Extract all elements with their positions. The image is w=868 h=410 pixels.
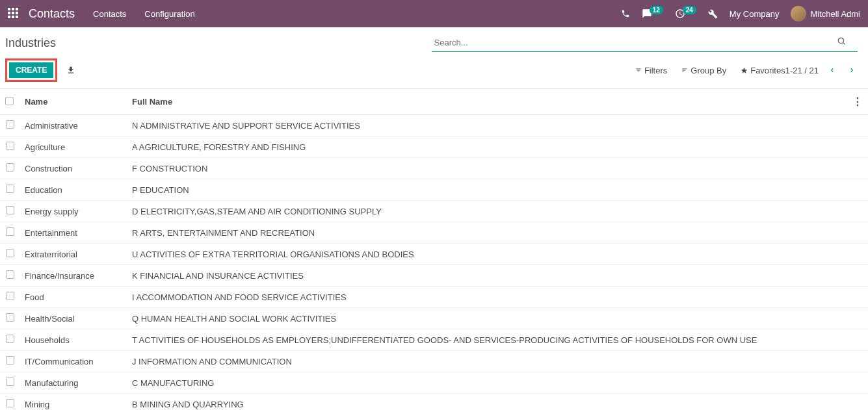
row-checkbox[interactable] <box>6 292 14 300</box>
row-checkbox[interactable] <box>6 356 14 365</box>
tools-icon[interactable] <box>708 9 718 19</box>
row-checkbox[interactable] <box>6 185 14 193</box>
cell-fullname: T ACTIVITIES OF HOUSEHOLDS AS EMPLOYERS;… <box>127 329 868 351</box>
groupby-icon <box>681 67 688 73</box>
cell-name: Mining <box>20 394 127 411</box>
svg-point-0 <box>838 38 843 43</box>
cell-name: Health/Social <box>20 308 127 329</box>
cell-name: Agriculture <box>20 136 127 158</box>
pager-next[interactable] <box>846 66 858 75</box>
row-checkbox[interactable] <box>6 249 14 257</box>
avatar-icon <box>791 6 806 21</box>
pager[interactable]: 1-21 / 21 <box>785 66 819 75</box>
cell-name: Food <box>20 287 127 308</box>
cell-name: Administrative <box>20 115 127 136</box>
company-selector[interactable]: My Company <box>730 9 780 19</box>
row-checkbox[interactable] <box>6 270 14 279</box>
table-row[interactable]: Agriculture A AGRICULTURE, FORESTRY AND … <box>0 136 868 158</box>
row-checkbox[interactable] <box>6 120 14 129</box>
row-checkbox[interactable] <box>6 313 14 322</box>
breadcrumb: Industries <box>5 34 432 50</box>
row-checkbox[interactable] <box>6 378 14 386</box>
search-icon[interactable] <box>837 36 846 45</box>
favorites-button[interactable]: Favorites <box>741 66 785 75</box>
create-button[interactable]: CREATE <box>9 62 53 78</box>
row-checkbox[interactable] <box>6 227 14 236</box>
nav-configuration[interactable]: Configuration <box>144 9 194 19</box>
cell-fullname: N ADMINISTRATIVE AND SUPPORT SERVICE ACT… <box>127 115 868 136</box>
create-highlight: CREATE <box>5 58 57 82</box>
col-name[interactable]: Name <box>20 89 127 115</box>
table-row[interactable]: Finance/Insurance K FINANCIAL AND INSURA… <box>0 265 868 287</box>
kebab-icon[interactable]: ⋮ <box>852 96 863 107</box>
activities-badge: 24 <box>683 6 696 14</box>
cell-fullname: J INFORMATION AND COMMUNICATION <box>127 351 868 372</box>
cell-fullname: F CONSTRUCTION <box>127 158 868 179</box>
apps-icon[interactable] <box>8 8 20 19</box>
cell-fullname: P EDUCATION <box>127 179 868 201</box>
table-row[interactable]: Health/Social Q HUMAN HEALTH AND SOCIAL … <box>0 308 868 329</box>
table-row[interactable]: Extraterritorial U ACTIVITIES OF EXTRA T… <box>0 244 868 265</box>
cell-name: Manufacturing <box>20 372 127 394</box>
cell-name: Education <box>20 179 127 201</box>
table-row[interactable]: Administrative N ADMINISTRATIVE AND SUPP… <box>0 115 868 136</box>
cell-name: Entertainment <box>20 222 127 244</box>
star-icon <box>741 67 748 74</box>
table-row[interactable]: Food I ACCOMMODATION AND FOOD SERVICE AC… <box>0 287 868 308</box>
nav-contacts[interactable]: Contacts <box>93 9 126 19</box>
top-navbar: Contacts Contacts Configuration 12 24 My… <box>0 0 868 27</box>
filter-icon <box>635 67 642 73</box>
messages-icon[interactable]: 12 <box>642 8 663 19</box>
cell-fullname: U ACTIVITIES OF EXTRA TERRITORIAL ORGANI… <box>127 244 868 265</box>
pager-prev[interactable] <box>826 66 838 75</box>
search-input[interactable] <box>432 34 858 52</box>
cell-name: Energy supply <box>20 201 127 222</box>
app-title[interactable]: Contacts <box>29 7 75 21</box>
cell-fullname: Q HUMAN HEALTH AND SOCIAL WORK ACTIVITIE… <box>127 308 868 329</box>
cell-fullname: B MINING AND QUARRYING <box>127 394 868 411</box>
row-checkbox[interactable] <box>6 142 14 150</box>
messages-badge: 12 <box>650 6 663 14</box>
row-checkbox[interactable] <box>6 335 14 343</box>
table-row[interactable]: Energy supply D ELECTRICITY,GAS,STEAM AN… <box>0 201 868 222</box>
table-row[interactable]: Education P EDUCATION <box>0 179 868 201</box>
table-row[interactable]: Households T ACTIVITIES OF HOUSEHOLDS AS… <box>0 329 868 351</box>
filters-button[interactable]: Filters <box>635 66 667 75</box>
cell-fullname: K FINANCIAL AND INSURANCE ACTIVITIES <box>127 265 868 287</box>
row-checkbox[interactable] <box>6 399 14 407</box>
user-name: Mitchell Admi <box>810 9 860 19</box>
industries-table: Name Full Name ⋮ Administrative N ADMINI… <box>0 89 868 410</box>
user-menu[interactable]: Mitchell Admi <box>791 6 860 21</box>
cell-fullname: I ACCOMMODATION AND FOOD SERVICE ACTIVIT… <box>127 287 868 308</box>
nav-right: 12 24 My Company Mitchell Admi <box>621 6 860 21</box>
col-fullname[interactable]: Full Name <box>127 89 847 115</box>
select-all-checkbox[interactable] <box>5 97 14 105</box>
cell-fullname: R ARTS, ENTERTAINMENT AND RECREATION <box>127 222 868 244</box>
table-row[interactable]: Mining B MINING AND QUARRYING <box>0 394 868 411</box>
groupby-button[interactable]: Group By <box>681 66 726 75</box>
nav-menu: Contacts Configuration <box>93 9 621 19</box>
cell-fullname: C MANUFACTURING <box>127 372 868 394</box>
table-row[interactable]: Entertainment R ARTS, ENTERTAINMENT AND … <box>0 222 868 244</box>
activities-icon[interactable]: 24 <box>675 8 696 19</box>
download-icon[interactable] <box>66 66 75 75</box>
control-panel: Industries CREATE Filters Group By <box>0 27 868 89</box>
cell-name: Finance/Insurance <box>20 265 127 287</box>
svg-line-1 <box>843 43 845 45</box>
cell-name: Extraterritorial <box>20 244 127 265</box>
table-row[interactable]: Manufacturing C MANUFACTURING <box>0 372 868 394</box>
table-row[interactable]: IT/Communication J INFORMATION AND COMMU… <box>0 351 868 372</box>
phone-icon[interactable] <box>621 9 630 18</box>
row-checkbox[interactable] <box>6 163 14 172</box>
cell-name: Households <box>20 329 127 351</box>
cell-fullname: D ELECTRICITY,GAS,STEAM AND AIR CONDITIO… <box>127 201 868 222</box>
row-checkbox[interactable] <box>6 206 14 214</box>
cell-fullname: A AGRICULTURE, FORESTRY AND FISHING <box>127 136 868 158</box>
cell-name: IT/Communication <box>20 351 127 372</box>
table-row[interactable]: Construction F CONSTRUCTION <box>0 158 868 179</box>
cell-name: Construction <box>20 158 127 179</box>
